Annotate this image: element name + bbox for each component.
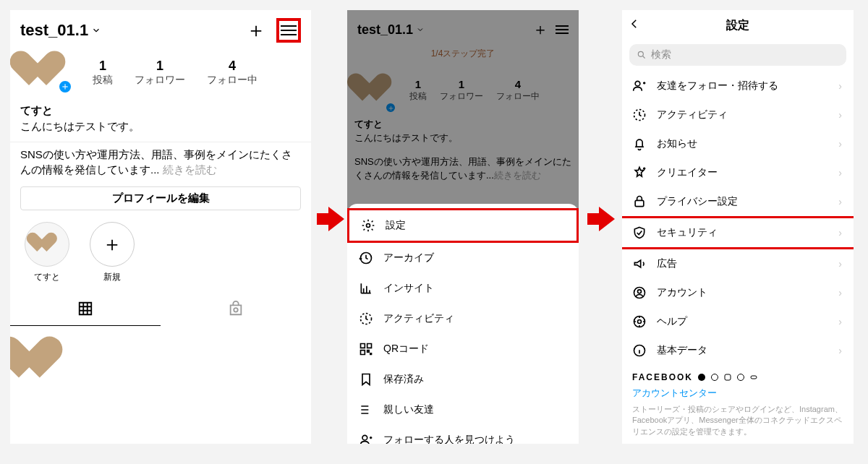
profile-tabs: [10, 295, 311, 326]
stat-followers[interactable]: 1 フォロワー: [135, 59, 185, 87]
menu-sheet: 設定 アーカイブ インサイト アクティビティ QRコード 保存済み 親しい友達: [347, 204, 579, 444]
menu-item-activity[interactable]: アクティビティ: [347, 304, 579, 334]
description-text: SNSの使い方や運用方法、用語、事例をメインにたくさんの情報を発信しています..…: [20, 148, 292, 176]
chevron-right-icon: ›: [838, 80, 842, 92]
gear-icon: [361, 218, 375, 233]
stats-row: ＋ 1 投稿 1 フォロワー 4 フォロー中: [10, 45, 311, 97]
settings-item-security[interactable]: セキュリティ›: [622, 216, 854, 249]
svg-rect-18: [751, 376, 757, 379]
menu-item-settings[interactable]: 設定: [347, 208, 579, 243]
svg-point-4: [362, 435, 367, 440]
story-new-button[interactable]: ＋ 新規: [90, 222, 135, 283]
menu-label: 保存済み: [383, 373, 424, 386]
back-button[interactable]: [628, 17, 645, 34]
ads-icon: [632, 257, 647, 271]
profile-screen: test_01.1 ＋ ＋ 1 投稿 1 フォロワー 4 フォロー中 てすと: [10, 10, 311, 444]
instagram-icon: [723, 373, 732, 382]
search-input[interactable]: 検索: [629, 44, 846, 66]
svg-point-1: [367, 224, 370, 228]
settings-label: お知らせ: [657, 137, 697, 150]
chevron-down-icon: [91, 25, 101, 35]
settings-item-activity[interactable]: アクティビティ›: [622, 100, 854, 129]
settings-item-privacy[interactable]: プライバシー設定›: [622, 187, 854, 216]
hamburger-menu-button[interactable]: [276, 18, 301, 43]
menu-item-qr[interactable]: QRコード: [347, 334, 579, 364]
chevron-left-icon: [628, 17, 641, 30]
menu-item-saved[interactable]: 保存済み: [347, 364, 579, 395]
edit-profile-button[interactable]: プロフィールを編集: [20, 186, 301, 210]
settings-item-about[interactable]: 基本データ›: [622, 336, 854, 365]
story-highlights: てすと ＋ 新規: [10, 210, 311, 286]
settings-item-help[interactable]: ヘルプ›: [622, 307, 854, 336]
stat-posts[interactable]: 1 投稿: [93, 59, 113, 87]
stat-following[interactable]: 4 フォロー中: [207, 59, 258, 87]
whatsapp-icon: [736, 373, 745, 382]
profile-bio: てすと こんにちはテストです。: [10, 97, 311, 137]
settings-label: 基本データ: [657, 344, 707, 357]
settings-label: ヘルプ: [657, 315, 687, 328]
settings-label: クリエイター: [657, 166, 718, 179]
avatar[interactable]: ＋: [14, 52, 80, 93]
create-post-button[interactable]: ＋: [246, 17, 266, 44]
info-icon: [632, 343, 647, 358]
creator-icon: [632, 166, 647, 180]
settings-label: プライバシー設定: [657, 195, 738, 208]
chevron-right-icon: ›: [838, 287, 842, 298]
search-placeholder: 検索: [651, 48, 671, 61]
account-icon: [632, 285, 647, 300]
account-center-link[interactable]: アカウントセンター: [632, 387, 843, 400]
settings-screen: 設定 検索 友達をフォロー・招待する› アクティビティ› お知らせ› クリエイタ…: [622, 10, 854, 444]
svg-point-14: [698, 374, 705, 381]
tab-tagged[interactable]: [161, 295, 311, 326]
activity-icon: [359, 312, 373, 326]
menu-item-discover-people[interactable]: フォローする人を見つけよう: [347, 425, 579, 444]
menu-item-close-friends[interactable]: 親しい友達: [347, 395, 579, 425]
facebook-label: FACEBOOK: [632, 372, 693, 382]
qr-icon: [359, 342, 373, 356]
heart-icon: [36, 233, 59, 256]
bio-text: こんにちはテストです。: [20, 119, 301, 134]
heart-icon: [16, 338, 64, 386]
menu-label: アクティビティ: [383, 312, 454, 325]
svg-rect-8: [635, 200, 644, 206]
svg-point-15: [712, 374, 718, 381]
menu-label: 親しい友達: [383, 403, 434, 416]
profile-header: test_01.1 ＋: [10, 10, 311, 45]
svg-point-6: [635, 81, 640, 86]
svg-point-10: [638, 290, 642, 293]
tab-grid[interactable]: [10, 295, 161, 326]
settings-label: アカウント: [657, 286, 707, 299]
settings-item-ads[interactable]: 広告›: [622, 249, 854, 278]
help-icon: [632, 314, 647, 329]
story-item[interactable]: てすと: [25, 222, 69, 283]
chevron-right-icon: ›: [838, 316, 842, 327]
svg-rect-16: [725, 374, 731, 380]
chevron-right-icon: ›: [838, 258, 842, 270]
close-friends-icon: [359, 403, 373, 417]
add-story-badge[interactable]: ＋: [58, 80, 72, 94]
saved-icon: [359, 372, 373, 387]
chevron-right-icon: ›: [838, 345, 842, 356]
read-more-link[interactable]: 続きを読む: [163, 163, 217, 176]
messenger-icon: [710, 373, 719, 382]
menu-label: QRコード: [383, 343, 429, 356]
menu-label: 設定: [386, 219, 406, 232]
settings-item-creator[interactable]: クリエイター›: [622, 158, 854, 187]
page-title: 設定: [645, 18, 848, 33]
chevron-right-icon: ›: [838, 196, 842, 207]
username-dropdown[interactable]: test_01.1: [20, 21, 246, 40]
facebook-icon: [697, 373, 706, 382]
settings-item-invite[interactable]: 友達をフォロー・招待する›: [622, 72, 854, 100]
stat-label: 投稿: [93, 74, 113, 87]
menu-item-insights[interactable]: インサイト: [347, 273, 579, 304]
footer-note: ストーリーズ・投稿のシェアやログインなど、Instagram、Facebookア…: [632, 404, 843, 437]
feed-item[interactable]: [10, 326, 311, 398]
menu-item-archive[interactable]: アーカイブ: [347, 243, 579, 273]
svg-point-12: [638, 320, 642, 324]
settings-item-notifications[interactable]: お知らせ›: [622, 129, 854, 158]
settings-item-account[interactable]: アカウント›: [622, 278, 854, 307]
svg-point-17: [738, 374, 744, 381]
grid-icon: [77, 301, 93, 317]
archive-icon: [359, 251, 373, 265]
insights-icon: [359, 281, 373, 296]
